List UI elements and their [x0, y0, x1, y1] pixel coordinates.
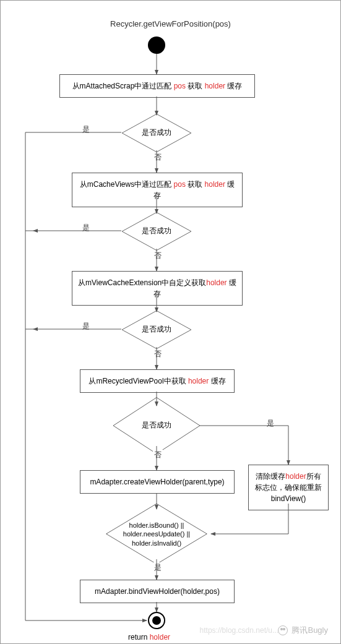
start-node — [148, 36, 165, 54]
wechat-icon — [278, 625, 288, 635]
d1-yes-label: 是 — [81, 124, 91, 135]
d4-yes-label: 是 — [265, 418, 275, 429]
box-clear-flags: 清除缓存holder所有标志位，确保能重新bindView() — [248, 465, 329, 510]
d3-no-label: 否 — [153, 349, 163, 359]
decision-4: 是否成功 — [110, 409, 203, 442]
watermark-url: https://blog.csdn.net/u... — [200, 626, 278, 635]
box-attached-scrap: 从mAttachedScrap中通过匹配 pos 获取 holder 缓存 — [59, 74, 255, 98]
decision-3: 是否成功 — [110, 313, 203, 346]
watermark-bugly: 腾讯Bugly — [278, 625, 328, 636]
d4-no-label: 否 — [153, 450, 163, 460]
end-node — [148, 612, 165, 629]
flowchart-canvas: Recycler.getViewForPosition(pos) 从mAttac… — [0, 0, 341, 644]
diagram-title: Recycler.getViewForPosition(pos) — [1, 19, 340, 28]
box-view-cache-ext: 从mViewCacheExtension中自定义获取holder 缓存 — [72, 271, 243, 306]
d2-yes-label: 是 — [81, 223, 91, 233]
d5-yes-label: 是 — [153, 562, 163, 573]
decision-2: 是否成功 — [110, 215, 203, 248]
box-cache-views: 从mCacheViews中通过匹配 pos 获取 holder 缓存 — [72, 173, 243, 207]
d2-no-label: 否 — [153, 251, 163, 261]
decision-5: holder.isBound() || holder.neesUpdate() … — [110, 511, 203, 557]
box-create-holder: mAdapter.createViewHolder(parent,type) — [80, 470, 235, 494]
box-bind-holder: mAdapter.bindViewHolder(holder,pos) — [80, 580, 235, 603]
box-recycled-pool: 从mRecycledViewPool中获取 holder 缓存 — [80, 369, 235, 393]
return-label: return holder — [128, 633, 170, 642]
d3-yes-label: 是 — [81, 321, 91, 332]
d1-no-label: 否 — [153, 152, 163, 163]
decision-1: 是否成功 — [110, 116, 203, 150]
